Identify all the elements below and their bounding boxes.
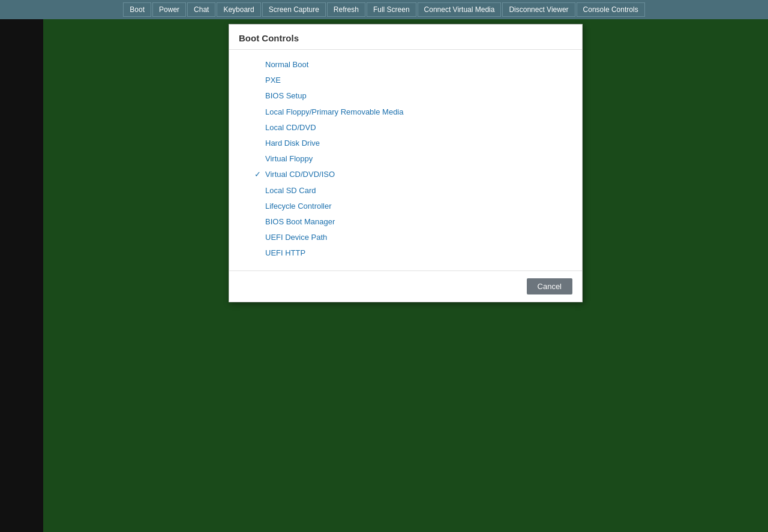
dialog-overlay: Boot Controls Normal BootPXEBIOS SetupLo… [43,19,768,532]
dialog-body: Normal BootPXEBIOS SetupLocal Floppy/Pri… [229,50,582,271]
boot-option-label: Virtual CD/DVD/ISO [265,169,335,180]
cancel-button[interactable]: Cancel [527,278,572,294]
boot-option-label: UEFI HTTP [265,248,305,259]
boot-option-label: Local CD/DVD [265,122,316,133]
boot-option-label: BIOS Boot Manager [265,217,335,227]
boot-option-hard-disk-drive[interactable]: Hard Disk Drive [265,136,572,151]
console-controls-button[interactable]: Console Controls [577,2,645,17]
boot-option-local-sd-card[interactable]: Local SD Card [265,183,572,199]
toolbar: BootPowerChatKeyboardScreen CaptureRefre… [0,0,768,19]
boot-option-virtual-floppy[interactable]: Virtual Floppy [265,151,572,167]
boot-option-label: Local Floppy/Primary Removable Media [265,107,403,118]
boot-option-label: Local SD Card [265,185,316,196]
boot-option-pxe[interactable]: PXE [265,73,572,88]
boot-button[interactable]: Boot [123,2,151,17]
left-panel [0,19,43,532]
checkmark-icon: ✓ [254,169,261,180]
disconnect-viewer-button[interactable]: Disconnect Viewer [502,2,575,17]
boot-option-bios-setup[interactable]: BIOS Setup [265,88,572,104]
boot-option-label: BIOS Setup [265,91,307,101]
boot-option-lifecycle-controller[interactable]: Lifecycle Controller [265,199,572,214]
boot-option-uefi-http[interactable]: UEFI HTTP [265,245,572,261]
boot-option-normal-boot[interactable]: Normal Boot [265,57,572,73]
boot-option-label: Lifecycle Controller [265,201,332,212]
boot-option-virtual-cd-dvd-iso[interactable]: ✓Virtual CD/DVD/ISO [265,167,572,182]
boot-option-bios-boot-manager[interactable]: BIOS Boot Manager [265,214,572,230]
dialog-footer: Cancel [229,271,582,302]
power-button[interactable]: Power [152,2,186,17]
chat-button[interactable]: Chat [187,2,215,17]
connect-virtual-media-button[interactable]: Connect Virtual Media [418,2,502,17]
boot-option-label: Normal Boot [265,59,308,70]
boot-option-label: Virtual Floppy [265,154,313,164]
boot-controls-dialog: Boot Controls Normal BootPXEBIOS SetupLo… [229,24,583,302]
boot-option-uefi-device-path[interactable]: UEFI Device Path [265,230,572,245]
main-area: Boot Controls Normal BootPXEBIOS SetupLo… [43,19,768,532]
keyboard-button[interactable]: Keyboard [217,2,260,17]
boot-option-label: UEFI Device Path [265,232,327,243]
boot-option-local-cd-dvd[interactable]: Local CD/DVD [265,120,572,136]
dialog-title: Boot Controls [239,33,299,43]
boot-option-label: Hard Disk Drive [265,138,320,149]
boot-option-local-floppy-primary[interactable]: Local Floppy/Primary Removable Media [265,104,572,120]
refresh-button[interactable]: Refresh [327,2,365,17]
dialog-title-bar: Boot Controls [229,25,582,50]
screen-capture-button[interactable]: Screen Capture [262,2,326,17]
boot-option-label: PXE [265,75,281,86]
full-screen-button[interactable]: Full Screen [367,2,416,17]
